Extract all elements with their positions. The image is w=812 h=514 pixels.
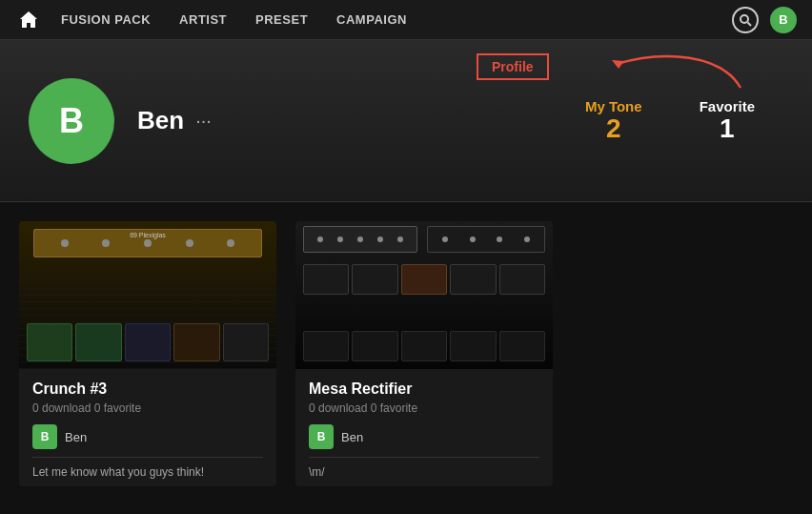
navbar: FUSION PACK ARTIST PRESET CAMPAIGN B: [0, 0, 812, 40]
card-2-info: Mesa Rectifier 0 download 0 favorite B B…: [295, 369, 553, 486]
profile-name: Ben: [137, 106, 184, 135]
preset-card-1[interactable]: Crunch #3 0 download 0 favorite B Ben Le…: [19, 221, 276, 486]
my-tone-stat: My Tone 2: [585, 98, 642, 144]
card-1-info: Crunch #3 0 download 0 favorite B Ben Le…: [19, 369, 276, 486]
svg-marker-2: [612, 60, 624, 69]
home-button[interactable]: [15, 7, 42, 33]
card-2-meta: 0 download 0 favorite: [309, 401, 539, 415]
nav-campaign[interactable]: CAMPAIGN: [336, 12, 407, 27]
svg-line-1: [748, 22, 752, 26]
card-2-image: [295, 221, 553, 369]
card-1-image: [19, 221, 276, 369]
card-1-avatar: B: [32, 424, 57, 449]
my-tone-value: 2: [585, 114, 642, 144]
nav-links: FUSION PACK ARTIST PRESET CAMPAIGN: [61, 12, 732, 27]
profile-info: Ben ···: [137, 106, 212, 135]
svg-point-0: [741, 15, 748, 23]
card-1-username: Ben: [65, 430, 87, 444]
card-2-comment: \m/: [309, 457, 539, 479]
card-2-username: Ben: [341, 430, 363, 444]
profile-options-dots[interactable]: ···: [195, 110, 212, 132]
nav-preset[interactable]: PRESET: [255, 12, 308, 27]
profile-avatar: B: [29, 78, 114, 164]
content-area: Crunch #3 0 download 0 favorite B Ben Le…: [0, 202, 812, 505]
card-1-comment: Let me know what you guys think!: [32, 457, 263, 479]
nav-fusion-pack[interactable]: FUSION PACK: [61, 12, 151, 27]
card-2-title: Mesa Rectifier: [309, 380, 539, 398]
search-button[interactable]: [732, 7, 759, 33]
card-2-user: B Ben: [309, 424, 539, 449]
profile-badge[interactable]: Profile: [477, 53, 549, 80]
card-2-avatar: B: [309, 424, 334, 449]
preset-card-2[interactable]: Mesa Rectifier 0 download 0 favorite B B…: [295, 221, 553, 486]
user-avatar-nav[interactable]: B: [770, 7, 797, 33]
favorite-value: 1: [700, 114, 755, 144]
card-1-user: B Ben: [32, 424, 263, 449]
card-1-meta: 0 download 0 favorite: [32, 401, 263, 415]
nav-artist[interactable]: ARTIST: [179, 12, 227, 27]
card-1-title: Crunch #3: [32, 380, 263, 398]
nav-right: B: [732, 7, 797, 33]
arrow-annotation: [588, 45, 779, 93]
profile-stats: My Tone 2 Favorite 1: [585, 98, 755, 144]
profile-header: B Ben ··· Profile My Tone 2 Favorite 1: [0, 40, 812, 202]
my-tone-label: My Tone: [585, 98, 642, 114]
favorite-stat: Favorite 1: [700, 98, 755, 144]
favorite-label: Favorite: [700, 98, 755, 114]
